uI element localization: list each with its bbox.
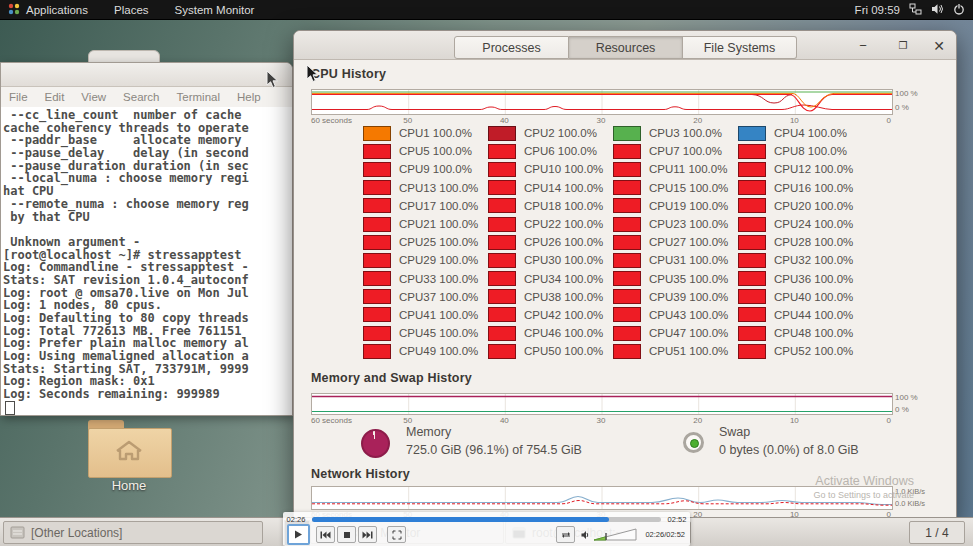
terminal-menu-terminal[interactable]: Terminal bbox=[177, 91, 220, 103]
axis-tick-label: 10 bbox=[790, 416, 799, 425]
cpu-color-swatch bbox=[363, 180, 391, 195]
cpu-label: CPU23 100.0% bbox=[649, 218, 728, 230]
files-icon bbox=[10, 526, 25, 539]
volume-slider[interactable] bbox=[593, 528, 637, 541]
cpu-color-swatch bbox=[363, 162, 391, 177]
cpu-color-swatch bbox=[488, 180, 516, 195]
axis-tick-label: 20 bbox=[693, 416, 702, 425]
cpu-legend-item: CPU13 100.0% bbox=[363, 180, 488, 195]
terminal-menu-search[interactable]: Search bbox=[123, 91, 159, 103]
cpu-label: CPU7 100.0% bbox=[649, 145, 722, 157]
network-ymin-label: 0.0 KiB/s bbox=[895, 499, 925, 508]
cpu-legend-item: CPU29 100.0% bbox=[363, 253, 488, 268]
previous-button[interactable] bbox=[316, 526, 335, 543]
axis-tick-label: 60 seconds bbox=[311, 416, 352, 425]
cpu-color-swatch bbox=[488, 198, 516, 213]
cpu-color-swatch bbox=[613, 144, 641, 159]
cpu-label: CPU12 100.0% bbox=[774, 163, 853, 175]
seek-bar[interactable] bbox=[312, 517, 661, 522]
cpu-legend-item: CPU31 100.0% bbox=[613, 253, 738, 268]
cpu-color-swatch bbox=[613, 326, 641, 341]
cpu-label: CPU10 100.0% bbox=[524, 163, 603, 175]
fullscreen-button[interactable] bbox=[387, 526, 406, 543]
memory-ymin-label: 0 % bbox=[895, 405, 909, 414]
close-button[interactable]: ✕ bbox=[930, 38, 948, 53]
repeat-button[interactable] bbox=[556, 526, 575, 543]
speaker-icon[interactable] bbox=[581, 530, 589, 540]
cpu-color-swatch bbox=[363, 271, 391, 286]
cpu-legend-item: CPU4 100.0% bbox=[738, 126, 863, 141]
desktop: Applications Places System Monitor Fri 0… bbox=[0, 0, 973, 546]
stop-button[interactable] bbox=[337, 526, 356, 543]
cpu-label: CPU8 100.0% bbox=[774, 145, 847, 157]
power-icon[interactable] bbox=[953, 3, 965, 17]
cpu-label: CPU47 100.0% bbox=[649, 327, 728, 339]
clock[interactable]: Fri 09:59 bbox=[855, 4, 900, 16]
cpu-color-swatch bbox=[613, 217, 641, 232]
volume-icon[interactable] bbox=[931, 3, 944, 17]
play-button[interactable] bbox=[287, 524, 310, 545]
next-button[interactable] bbox=[358, 526, 377, 543]
network-ymax-label: 1.0 KiB/s bbox=[895, 487, 925, 496]
memory-value: 725.0 GiB (96.1%) of 754.5 GiB bbox=[406, 443, 582, 457]
network-icon[interactable] bbox=[909, 3, 922, 17]
cpu-legend-item: CPU20 100.0% bbox=[738, 198, 863, 213]
minimize-button[interactable]: − bbox=[854, 38, 872, 53]
tab-resources[interactable]: Resources bbox=[569, 36, 683, 59]
menu-places[interactable]: Places bbox=[114, 4, 149, 16]
cpu-color-swatch bbox=[363, 253, 391, 268]
cpu-legend-item: CPU40 100.0% bbox=[738, 289, 863, 304]
maximize-button[interactable]: ❐ bbox=[894, 38, 912, 53]
cpu-ymax-label: 100 % bbox=[895, 89, 918, 98]
play-icon bbox=[294, 530, 303, 539]
workspace-pager[interactable]: 1 / 4 bbox=[909, 521, 965, 544]
cpu-legend-item: CPU36 100.0% bbox=[738, 271, 863, 286]
cpu-label: CPU25 100.0% bbox=[399, 236, 478, 248]
cpu-legend-item: CPU23 100.0% bbox=[613, 217, 738, 232]
tab-file-systems[interactable]: File Systems bbox=[683, 36, 797, 59]
cpu-legend-item: CPU1 100.0% bbox=[363, 126, 488, 141]
system-monitor-titlebar[interactable]: Processes Resources File Systems − ❐ ✕ bbox=[294, 31, 956, 60]
cpu-legend-item: CPU41 100.0% bbox=[363, 307, 488, 322]
terminal-titlebar[interactable] bbox=[1, 63, 292, 87]
cpu-color-swatch bbox=[363, 198, 391, 213]
terminal-window: File Edit View Search Terminal Help --cc… bbox=[0, 62, 293, 416]
cpu-label: CPU48 100.0% bbox=[774, 327, 853, 339]
terminal-output[interactable]: --cc_line_count number of cache cache co… bbox=[1, 107, 292, 415]
taskbar-other-locations[interactable]: [Other Locations] bbox=[3, 521, 263, 544]
player-time-display: 02:26/02:52 bbox=[641, 530, 685, 539]
cpu-color-swatch bbox=[488, 326, 516, 341]
cpu-legend-item: CPU52 100.0% bbox=[738, 344, 863, 359]
cpu-legend-item: CPU28 100.0% bbox=[738, 235, 863, 250]
terminal-menu-view[interactable]: View bbox=[81, 91, 106, 103]
terminal-menu-file[interactable]: File bbox=[9, 91, 28, 103]
menu-system-monitor[interactable]: System Monitor bbox=[175, 4, 255, 16]
cpu-color-swatch bbox=[363, 126, 391, 141]
cpu-label: CPU17 100.0% bbox=[399, 200, 478, 212]
cpu-legend-item: CPU14 100.0% bbox=[488, 180, 613, 195]
cpu-legend-item: CPU26 100.0% bbox=[488, 235, 613, 250]
cpu-label: CPU31 100.0% bbox=[649, 254, 728, 266]
tab-processes[interactable]: Processes bbox=[454, 36, 569, 59]
terminal-menu-help[interactable]: Help bbox=[237, 91, 261, 103]
cpu-label: CPU36 100.0% bbox=[774, 273, 853, 285]
cpu-legend-item: CPU21 100.0% bbox=[363, 217, 488, 232]
cpu-label: CPU15 100.0% bbox=[649, 182, 728, 194]
cpu-color-swatch bbox=[738, 289, 766, 304]
menu-applications[interactable]: Applications bbox=[26, 4, 88, 16]
terminal-menu-edit[interactable]: Edit bbox=[45, 91, 65, 103]
cpu-color-swatch bbox=[738, 180, 766, 195]
home-label: Home bbox=[86, 478, 172, 493]
seek-row: 02:26 02:52 bbox=[283, 514, 690, 524]
cpu-legend-item: CPU11 100.0% bbox=[613, 162, 738, 177]
cpu-color-swatch bbox=[613, 126, 641, 141]
cpu-label: CPU40 100.0% bbox=[774, 291, 853, 303]
cpu-color-swatch bbox=[363, 344, 391, 359]
cpu-legend-item: CPU18 100.0% bbox=[488, 198, 613, 213]
cpu-label: CPU44 100.0% bbox=[774, 309, 853, 321]
cpu-color-swatch bbox=[738, 326, 766, 341]
cpu-legend-item: CPU47 100.0% bbox=[613, 326, 738, 341]
cpu-legend-grid: CPU1 100.0%CPU2 100.0%CPU3 100.0%CPU4 10… bbox=[363, 124, 863, 360]
cpu-label: CPU43 100.0% bbox=[649, 309, 728, 321]
home-folder-icon[interactable]: Home bbox=[86, 418, 172, 498]
